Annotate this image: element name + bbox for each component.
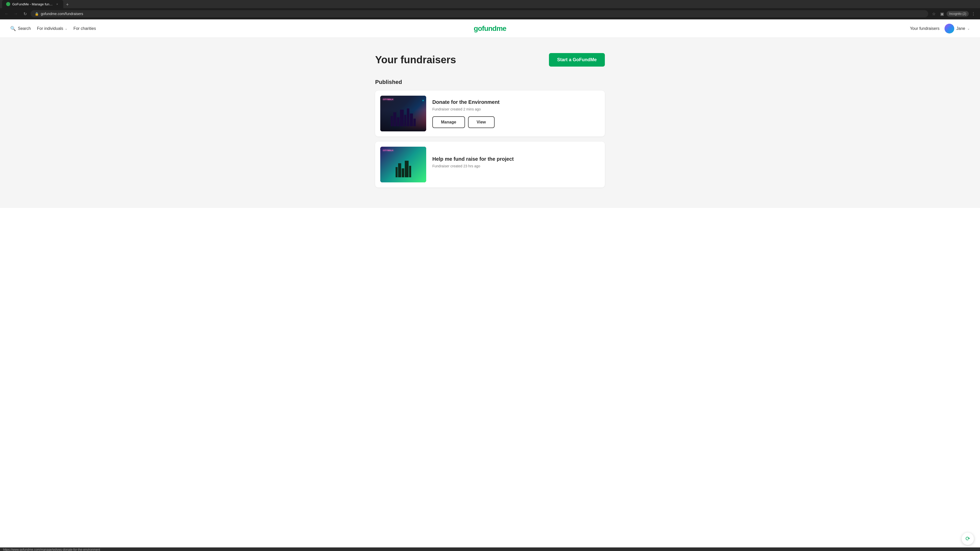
fundraiser-card-2: CITYWALK Help me fund raise for the proj…: [375, 141, 605, 187]
neon-sign-3-decoration: CITYWALK: [383, 149, 393, 151]
fundraiser-meta-2: Fundraiser created 23 hrs ago: [432, 164, 600, 168]
browser-chrome: GoFundMe - Manage fundraise... × + ← → ↻…: [0, 0, 980, 19]
address-bar[interactable]: 🔒 gofundme.com/fundraisers: [30, 10, 928, 17]
building-1: [391, 116, 393, 126]
bookmark-button[interactable]: ☆: [930, 10, 937, 17]
building-e: [409, 166, 411, 177]
new-tab-button[interactable]: +: [64, 1, 71, 8]
fundraiser-meta: Fundraiser created 2 mins ago: [432, 107, 600, 111]
neon-sign-2-decoration: ★: [422, 100, 424, 101]
nav-right: Your fundraisers Jane ⌄: [490, 24, 970, 33]
incognito-badge[interactable]: Incognito (2): [947, 11, 969, 17]
avatar-image: [945, 24, 954, 33]
view-button[interactable]: View: [468, 116, 495, 128]
user-name: Jane: [956, 26, 965, 31]
for-charities-label: For charities: [73, 26, 96, 31]
fundraiser-thumbnail: CITYWALK ★: [380, 96, 426, 131]
fundraiser-card: CITYWALK ★ Donate for: [375, 91, 605, 137]
fundraiser-actions: Manage View: [432, 116, 600, 128]
building-6: [407, 108, 409, 126]
building-2: [393, 112, 396, 126]
published-section-label: Published: [375, 79, 605, 86]
building-8: [414, 119, 416, 126]
fundraiser-image-2: CITYWALK: [380, 147, 426, 183]
browser-nav: ← → ↻ 🔒 gofundme.com/fundraisers ☆ ▣ Inc…: [0, 8, 980, 19]
menu-button[interactable]: ⋮: [970, 10, 977, 17]
fundraiser-info-2: Help me fund raise for the project Fundr…: [432, 156, 600, 173]
sidebar-button[interactable]: ▣: [939, 10, 945, 17]
tab-close-button[interactable]: ×: [55, 2, 59, 6]
address-text: gofundme.com/fundraisers: [41, 12, 924, 16]
building-5: [404, 115, 406, 126]
search-label: Search: [18, 26, 31, 31]
building-c: [402, 168, 404, 177]
support-icon: ⟳: [966, 535, 970, 542]
back-button[interactable]: ←: [3, 10, 10, 17]
avatar: [945, 24, 954, 33]
search-nav-item[interactable]: 🔍 Search: [10, 26, 31, 32]
search-icon: 🔍: [10, 26, 16, 32]
building-a: [396, 167, 398, 177]
building-3: [397, 118, 399, 126]
building-7: [410, 114, 413, 126]
refresh-button[interactable]: ↻: [21, 10, 29, 17]
for-charities-nav-item[interactable]: For charities: [73, 26, 96, 31]
user-menu[interactable]: Jane ⌄: [945, 24, 970, 33]
nav-actions: ☆ ▣ Incognito (2) ⋮: [930, 10, 977, 17]
support-widget[interactable]: ⟳: [962, 533, 974, 545]
tab-favicon: [6, 2, 10, 6]
fundraiser-title-2: Help me fund raise for the project: [432, 156, 600, 162]
page-header: Your fundraisers Start a GoFundMe: [375, 53, 605, 67]
your-fundraisers-link[interactable]: Your fundraisers: [910, 26, 939, 31]
forward-button[interactable]: →: [12, 10, 19, 17]
neon-sign-decoration: CITYWALK: [383, 98, 393, 100]
for-individuals-label: For individuals: [37, 26, 63, 31]
for-individuals-nav-item[interactable]: For individuals ⌄: [37, 26, 67, 31]
fundraiser-info: Donate for the Environment Fundraiser cr…: [432, 99, 600, 128]
fundraiser-thumbnail-2: CITYWALK: [380, 147, 426, 183]
main-content: Your fundraisers Start a GoFundMe Publis…: [0, 38, 980, 208]
user-chevron-down-icon: ⌄: [967, 27, 970, 30]
start-gofundme-button[interactable]: Start a GoFundMe: [549, 53, 605, 67]
building-d: [405, 161, 409, 177]
nav-left: 🔍 Search For individuals ⌄ For charities: [10, 26, 490, 32]
page-title: Your fundraisers: [375, 54, 456, 65]
navbar: 🔍 Search For individuals ⌄ For charities…: [0, 19, 980, 38]
lock-icon: 🔒: [35, 12, 39, 16]
fundraiser-image: CITYWALK ★: [380, 96, 426, 131]
city-silhouette: [380, 108, 426, 126]
building-4: [400, 110, 404, 126]
status-bar: https://www.gofundme.com/manage/wdywu-do…: [0, 548, 980, 551]
fundraiser-title: Donate for the Environment: [432, 99, 600, 105]
nav-logo[interactable]: gofundme: [474, 24, 506, 33]
active-tab[interactable]: GoFundMe - Manage fundraise... ×: [2, 0, 63, 8]
website-content: 🔍 Search For individuals ⌄ For charities…: [0, 19, 980, 548]
logo-text: gofundme: [474, 24, 506, 32]
tab-bar: GoFundMe - Manage fundraise... × +: [0, 0, 980, 8]
tab-title: GoFundMe - Manage fundraise...: [12, 2, 53, 6]
chevron-down-icon: ⌄: [65, 27, 67, 30]
status-url: https://www.gofundme.com/manage/wdywu-do…: [3, 548, 100, 551]
building-b: [398, 163, 401, 177]
city-silhouette-2: [380, 161, 426, 177]
manage-button[interactable]: Manage: [432, 116, 465, 128]
